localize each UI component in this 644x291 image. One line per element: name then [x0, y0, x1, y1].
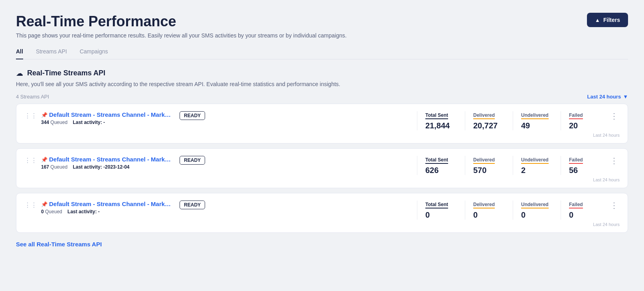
stream-queue: 344 Queued Last activity: - [41, 120, 171, 125]
total-sent-label: Total Sent [425, 112, 448, 119]
pin-icon: 📌 [41, 201, 47, 207]
time-filter-dropdown[interactable]: Last 24 hours ▼ [587, 94, 628, 100]
stat-undelivered: Undelivered 0 [513, 201, 561, 220]
card-footer: Last 24 hours [24, 177, 620, 182]
stream-info: 📌Default Stream - Streams Channel - Mark… [41, 156, 171, 170]
stream-card-content: ⋮⋮ 📌Default Stream - Streams Channel - M… [24, 156, 620, 175]
delivered-value: 0 [473, 210, 505, 220]
ready-badge: READY [180, 111, 205, 120]
stats-row: Total Sent 626 Delivered 570 Undelivered… [417, 156, 608, 175]
last-activity: Last activity: -2023-12-04 [73, 164, 129, 170]
stats-row: Total Sent 21,844 Delivered 20,727 Undel… [417, 111, 608, 130]
undelivered-value: 2 [521, 166, 553, 175]
total-sent-value: 0 [425, 210, 457, 220]
section-description: Here, you'll see all your SMS activity a… [16, 81, 628, 87]
stat-delivered: Delivered 570 [465, 156, 513, 175]
delivered-label: Delivered [473, 112, 495, 119]
stat-failed: Failed 56 [561, 156, 608, 175]
failed-value: 20 [569, 121, 601, 130]
stat-failed: Failed 0 [561, 201, 608, 220]
stats-row: Total Sent 0 Delivered 0 Undelivered 0 F… [417, 201, 608, 220]
stream-info: 📌Default Stream - Streams Channel - Mark… [41, 111, 171, 125]
failed-label: Failed [569, 157, 583, 164]
drag-handle[interactable]: ⋮⋮ [24, 157, 37, 164]
pin-icon: 📌 [41, 157, 47, 163]
more-menu-button[interactable]: ⋮ [608, 111, 620, 121]
tab-streams-api[interactable]: Streams API [36, 48, 67, 59]
streams-meta: 4 Streams API Last 24 hours ▼ [16, 94, 628, 100]
see-all-link[interactable]: See all Real-Time Streams API [16, 241, 102, 248]
stream-left: ⋮⋮ 📌Default Stream - Streams Channel - M… [24, 201, 205, 214]
stat-undelivered: Undelivered 2 [513, 156, 561, 175]
ready-badge: READY [180, 156, 205, 165]
card-footer: Last 24 hours [24, 133, 620, 138]
pin-icon: 📌 [41, 112, 47, 118]
section-title: Real-Time Streams API [27, 69, 105, 77]
delivered-value: 20,727 [473, 121, 505, 130]
ready-badge: READY [180, 201, 205, 209]
filters-button[interactable]: ▲ Filters [587, 13, 628, 27]
stream-left: ⋮⋮ 📌Default Stream - Streams Channel - M… [24, 111, 205, 125]
stream-queue: 0 Queued Last activity: - [41, 209, 171, 214]
failed-value: 0 [569, 210, 601, 220]
stream-card: ⋮⋮ 📌Default Stream - Streams Channel - M… [16, 148, 628, 188]
stat-total-sent: Total Sent 626 [417, 156, 465, 175]
delivered-label: Delivered [473, 202, 495, 208]
queue-count: 0 [41, 209, 44, 214]
stream-card: ⋮⋮ 📌Default Stream - Streams Channel - M… [16, 193, 628, 233]
delivered-value: 570 [473, 166, 505, 175]
section-header: ☁ Real-Time Streams API [16, 69, 628, 78]
stat-failed: Failed 20 [561, 111, 608, 130]
stream-card: ⋮⋮ 📌Default Stream - Streams Channel - M… [16, 104, 628, 144]
tabs-nav: All Streams API Campaigns [16, 48, 628, 59]
stream-card-content: ⋮⋮ 📌Default Stream - Streams Channel - M… [24, 201, 620, 220]
stat-total-sent: Total Sent 0 [417, 201, 465, 220]
failed-label: Failed [569, 202, 583, 208]
stream-info: 📌Default Stream - Streams Channel - Mark… [41, 201, 171, 214]
total-sent-label: Total Sent [425, 202, 448, 208]
total-sent-value: 21,844 [425, 121, 457, 130]
tab-campaigns[interactable]: Campaigns [80, 48, 108, 59]
undelivered-label: Undelivered [521, 112, 549, 119]
more-menu-button[interactable]: ⋮ [608, 201, 620, 210]
tab-all[interactable]: All [16, 48, 23, 59]
total-sent-label: Total Sent [425, 157, 448, 164]
drag-handle[interactable]: ⋮⋮ [24, 112, 37, 120]
queue-count: 344 [41, 120, 49, 125]
failed-label: Failed [569, 112, 583, 119]
failed-value: 56 [569, 166, 601, 175]
more-menu-button[interactable]: ⋮ [608, 156, 620, 165]
total-sent-value: 626 [425, 166, 457, 175]
card-footer: Last 24 hours [24, 222, 620, 227]
stat-delivered: Delivered 20,727 [465, 111, 513, 130]
undelivered-label: Undelivered [521, 157, 549, 164]
streams-list: ⋮⋮ 📌Default Stream - Streams Channel - M… [16, 104, 628, 233]
stream-name[interactable]: 📌Default Stream - Streams Channel - Mark… [41, 201, 171, 207]
drag-handle[interactable]: ⋮⋮ [24, 201, 37, 209]
undelivered-label: Undelivered [521, 202, 549, 208]
filter-icon: ▲ [595, 17, 600, 23]
stat-delivered: Delivered 0 [465, 201, 513, 220]
streams-count: 4 Streams API [16, 94, 49, 100]
cloud-icon: ☁ [16, 69, 23, 78]
page-subtitle: This page shows your real-time performan… [16, 32, 347, 39]
stream-name[interactable]: 📌Default Stream - Streams Channel - Mark… [41, 156, 171, 163]
queue-count: 167 [41, 164, 49, 170]
chevron-down-icon: ▼ [623, 94, 628, 100]
page-title: Real-Time Performance [16, 13, 347, 30]
delivered-label: Delivered [473, 157, 495, 164]
stream-left: ⋮⋮ 📌Default Stream - Streams Channel - M… [24, 156, 205, 170]
stat-total-sent: Total Sent 21,844 [417, 111, 465, 130]
stream-name[interactable]: 📌Default Stream - Streams Channel - Mark… [41, 111, 171, 118]
last-activity: Last activity: - [67, 209, 100, 214]
last-activity: Last activity: - [73, 120, 105, 125]
undelivered-value: 0 [521, 210, 553, 220]
stream-card-content: ⋮⋮ 📌Default Stream - Streams Channel - M… [24, 111, 620, 130]
undelivered-value: 49 [521, 121, 553, 130]
stream-queue: 167 Queued Last activity: -2023-12-04 [41, 164, 171, 170]
stat-undelivered: Undelivered 49 [513, 111, 561, 130]
